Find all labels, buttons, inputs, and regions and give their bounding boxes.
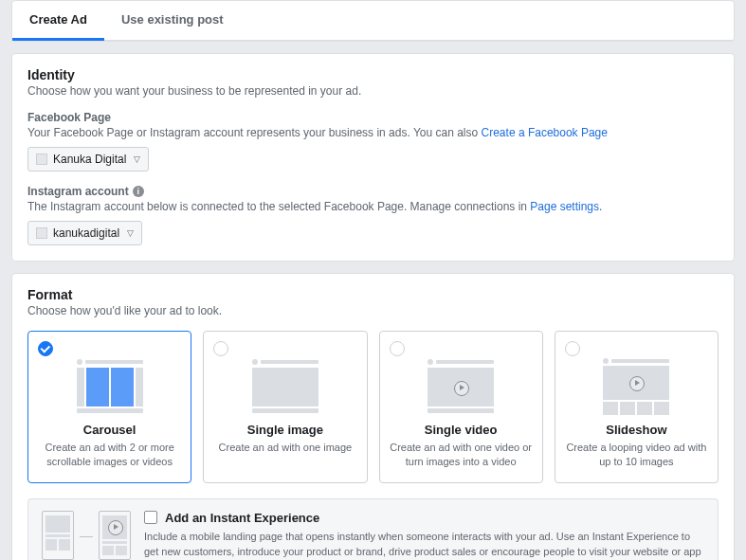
format-option-single-video[interactable]: Single video Create an ad with one video… bbox=[379, 331, 543, 483]
instant-experience-illustration: — bbox=[42, 511, 131, 560]
radio-selected-icon bbox=[38, 341, 53, 356]
arrow-right-icon: — bbox=[80, 528, 93, 543]
format-name: Carousel bbox=[83, 423, 136, 437]
create-facebook-page-link[interactable]: Create a Facebook Page bbox=[482, 126, 608, 139]
format-title: Format bbox=[27, 287, 719, 302]
identity-subtitle: Choose how you want your business to be … bbox=[27, 84, 719, 98]
page-settings-link[interactable]: Page settings bbox=[530, 200, 599, 213]
instagram-account-desc: The Instagram account below is connected… bbox=[27, 200, 719, 213]
single-image-thumbnail bbox=[252, 358, 318, 413]
format-subtitle: Choose how you'd like your ad to look. bbox=[27, 304, 719, 317]
instant-experience-desc: Include a mobile landing page that opens… bbox=[144, 529, 704, 560]
facebook-page-dropdown[interactable]: Kanuka Digital ▽ bbox=[27, 147, 149, 172]
format-desc: Create a looping video ad with up to 10 … bbox=[565, 441, 708, 469]
format-name: Slideshow bbox=[606, 423, 666, 437]
facebook-page-label: Facebook Page bbox=[27, 111, 719, 124]
instagram-desc-pre: The Instagram account below is connected… bbox=[27, 200, 530, 213]
instagram-account-label: Instagram account i bbox=[27, 185, 719, 198]
instant-experience-title: Add an Instant Experience bbox=[165, 511, 319, 525]
identity-card: Identity Choose how you want your busine… bbox=[11, 53, 735, 262]
facebook-page-selected: Kanuka Digital bbox=[53, 153, 126, 166]
instagram-label-text: Instagram account bbox=[27, 185, 129, 198]
radio-icon bbox=[213, 341, 228, 356]
tabs-card: Create Ad Use existing post bbox=[11, 0, 735, 42]
instant-desc-text: Include a mobile landing page that opens… bbox=[144, 531, 701, 560]
facebook-page-desc-text: Your Facebook Page or Instagram account … bbox=[27, 126, 482, 139]
format-desc: Create an ad with one image bbox=[219, 441, 353, 455]
format-option-slideshow[interactable]: Slideshow Create a looping video ad with… bbox=[555, 331, 719, 483]
format-desc: Create an ad with 2 or more scrollable i… bbox=[38, 441, 181, 469]
tabs: Create Ad Use existing post bbox=[12, 1, 734, 41]
format-option-single-image[interactable]: Single image Create an ad with one image bbox=[203, 331, 367, 483]
instant-experience-checkbox[interactable] bbox=[144, 511, 157, 524]
page-icon bbox=[36, 154, 47, 165]
identity-title: Identity bbox=[27, 67, 719, 82]
tab-create-ad[interactable]: Create Ad bbox=[12, 1, 104, 41]
instagram-account-selected: kanukadigital bbox=[53, 226, 119, 240]
facebook-page-desc: Your Facebook Page or Instagram account … bbox=[27, 126, 719, 139]
identity-section: Identity Choose how you want your busine… bbox=[12, 54, 734, 261]
instagram-desc-post: . bbox=[599, 200, 602, 213]
page-icon bbox=[36, 227, 47, 239]
format-card-container: Format Choose how you'd like your ad to … bbox=[11, 273, 735, 560]
chevron-down-icon: ▽ bbox=[127, 228, 134, 238]
instagram-account-dropdown[interactable]: kanukadigital ▽ bbox=[27, 221, 142, 245]
radio-icon bbox=[565, 341, 580, 356]
format-grid: Carousel Create an ad with 2 or more scr… bbox=[27, 331, 719, 483]
instant-experience-panel: — Add an Instant Experience Include a mo… bbox=[27, 498, 719, 560]
format-section: Format Choose how you'd like your ad to … bbox=[12, 274, 734, 560]
chevron-down-icon: ▽ bbox=[134, 154, 140, 164]
single-video-thumbnail bbox=[428, 358, 494, 413]
info-icon[interactable]: i bbox=[133, 186, 144, 197]
instant-experience-content: Add an Instant Experience Include a mobi… bbox=[144, 511, 704, 560]
format-name: Single image bbox=[247, 423, 323, 437]
format-name: Single video bbox=[425, 423, 498, 437]
slideshow-thumbnail bbox=[603, 358, 669, 413]
tab-use-existing-post[interactable]: Use existing post bbox=[104, 1, 241, 41]
format-desc: Create an ad with one video or turn imag… bbox=[390, 441, 533, 469]
format-option-carousel[interactable]: Carousel Create an ad with 2 or more scr… bbox=[27, 331, 191, 483]
carousel-thumbnail bbox=[77, 358, 143, 413]
radio-icon bbox=[390, 341, 405, 356]
